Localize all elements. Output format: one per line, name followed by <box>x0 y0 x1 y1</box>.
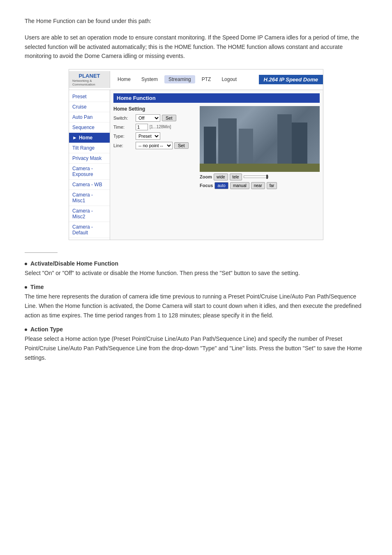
sidebar-item-camera-wb[interactable]: Camera - WB <box>69 180 110 190</box>
bullet-sections: Activate/Disable Home Function Select "O… <box>25 260 367 363</box>
sidebar-item-tilt-range[interactable]: Tilt Range <box>69 143 110 153</box>
nav-ptz[interactable]: PTZ <box>198 75 215 83</box>
nav-bar: PLANET Networking & Communication Home S… <box>69 69 323 90</box>
building-4 <box>291 123 307 164</box>
nav-home[interactable]: Home <box>113 75 135 83</box>
bullet-text-1: Select "On" or "Off" to activate or disa… <box>25 268 367 278</box>
zoom-slider[interactable] <box>244 176 268 178</box>
bullet-title-3: Action Type <box>30 326 63 333</box>
zoom-tele-button[interactable]: tele <box>230 173 242 180</box>
panel: Home Function Home Setting Switch: Off O… <box>110 90 323 240</box>
camera-preview <box>200 106 320 172</box>
bullet-title-2: Time <box>30 284 44 290</box>
sidebar-item-preset[interactable]: Preset <box>69 92 110 102</box>
sidebar-item-cruise[interactable]: Cruise <box>69 102 110 112</box>
sidebar-item-auto-pan[interactable]: Auto Pan <box>69 112 110 123</box>
line-select[interactable]: -- no point -- <box>136 142 173 149</box>
building-2 <box>218 118 237 164</box>
sidebar-item-camera-misc1[interactable]: Camera - Misc1 <box>69 190 110 206</box>
focus-auto-button[interactable]: auto <box>214 182 228 189</box>
camera-col: Zoom wide tele Focus auto manual near fa… <box>200 106 320 189</box>
type-label: Type: <box>113 134 134 139</box>
focus-controls: Focus auto manual near far <box>200 182 320 189</box>
building-3 <box>239 129 253 164</box>
arrow-icon: ► <box>72 135 77 141</box>
logo-planet-text: PLANET <box>79 73 100 79</box>
zoom-wide-button[interactable]: wide <box>214 173 228 180</box>
switch-label: Switch: <box>113 116 134 120</box>
bullet-item-3: Action Type <box>25 326 367 333</box>
focus-manual-button[interactable]: manual <box>230 182 249 189</box>
nav-streaming[interactable]: Streaming <box>164 75 195 83</box>
bullet-item-1: Activate/Disable Home Function <box>25 260 367 267</box>
zoom-label: Zoom <box>200 174 212 179</box>
sidebar-item-sequence[interactable]: Sequence <box>69 123 110 133</box>
ui-screenshot: PLANET Networking & Communication Home S… <box>69 69 323 240</box>
bullet-item-2: Time <box>25 284 367 290</box>
focus-far-button[interactable]: far <box>267 182 277 189</box>
intro-para-2: Users are able to set an operation mode … <box>25 33 367 60</box>
camera-image <box>200 106 320 172</box>
nav-system[interactable]: System <box>137 75 162 83</box>
nav-logo: PLANET Networking & Communication <box>69 71 110 88</box>
section-title: Home Setting <box>113 106 196 112</box>
time-range-hint: [1...128Min] <box>150 125 171 129</box>
type-select[interactable]: Preset Cruise Auto Pan Sequence <box>136 132 160 140</box>
nav-logout[interactable]: Logout <box>217 75 241 83</box>
focus-label: Focus <box>200 183 213 188</box>
nav-links: Home System Streaming PTZ Logout <box>110 75 259 83</box>
sidebar-item-privacy-mask[interactable]: Privacy Mask <box>69 153 110 164</box>
sidebar-item-camera-misc2[interactable]: Camera - Misc2 <box>69 206 110 222</box>
sidebar: Preset Cruise Auto Pan Sequence ► Home T… <box>69 90 110 240</box>
switch-select[interactable]: Off On <box>136 114 160 122</box>
road <box>200 164 320 172</box>
line-label: Line: <box>113 143 134 148</box>
time-row: Time: [1...128Min] <box>113 124 196 130</box>
zoom-slider-thumb <box>266 175 268 179</box>
switch-row: Switch: Off On Set <box>113 114 196 122</box>
bullet-text-3: Please select a Home action type (Preset… <box>25 334 367 363</box>
line-row: Line: -- no point -- Set <box>113 142 196 149</box>
type-row: Type: Preset Cruise Auto Pan Sequence <box>113 132 196 140</box>
bullet-dot-3 <box>25 328 27 331</box>
logo-sub-text: Networking & Communication <box>72 79 106 86</box>
panel-title: Home Function <box>113 93 320 103</box>
bullet-dot-2 <box>25 286 27 289</box>
bullet-text-2: The time here represents the duration of… <box>25 292 367 320</box>
settings-col: Home Setting Switch: Off On Set Time: <box>113 106 196 189</box>
switch-set-button[interactable]: Set <box>162 115 176 121</box>
sidebar-item-home[interactable]: ► Home <box>69 133 110 143</box>
bullet-title-1: Activate/Disable Home Function <box>30 260 118 267</box>
divider-line <box>25 252 58 253</box>
intro-para-1: The Home Function can be found under thi… <box>25 16 367 25</box>
nav-title: H.264 IP Speed Dome <box>259 75 323 84</box>
sidebar-item-camera-exposure[interactable]: Camera - Exposure <box>69 164 110 180</box>
sidebar-item-camera-default[interactable]: Camera - Default <box>69 222 110 238</box>
panel-body: Home Setting Switch: Off On Set Time: <box>113 106 320 189</box>
building-5 <box>277 114 292 164</box>
building-1 <box>204 127 216 164</box>
focus-near-button[interactable]: near <box>251 182 265 189</box>
time-input[interactable] <box>136 124 148 130</box>
line-set-button[interactable]: Set <box>174 142 189 149</box>
time-label: Time: <box>113 125 134 130</box>
main-content: Preset Cruise Auto Pan Sequence ► Home T… <box>69 90 323 240</box>
zoom-controls: Zoom wide tele <box>200 173 320 180</box>
bullet-dot-1 <box>25 263 27 265</box>
home-label: Home <box>79 135 92 141</box>
